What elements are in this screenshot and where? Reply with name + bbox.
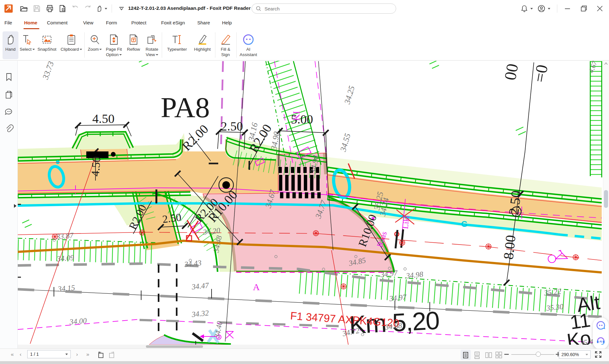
menu-view[interactable]: View — [83, 20, 93, 25]
horizontal-scroll-thumb[interactable] — [146, 345, 203, 348]
bookmarks-icon[interactable] — [4, 72, 14, 82]
undo-icon[interactable] — [71, 4, 79, 13]
plan-label: A — [253, 282, 260, 292]
ai-support-headset-icon[interactable]: AI — [596, 336, 606, 345]
facing-continuous-mode-button[interactable] — [495, 351, 502, 359]
crosswalk-bar — [305, 192, 308, 198]
notifications-dropdown[interactable] — [530, 8, 533, 10]
crosswalk-bar — [317, 192, 321, 198]
feedback-chat-icon[interactable] — [596, 321, 606, 330]
menu-bar: File Home Comment View Form Protect Foxi… — [0, 18, 609, 30]
zoom-button[interactable]: Zoom — [86, 31, 103, 59]
close-button[interactable] — [596, 4, 604, 13]
next-view-button[interactable] — [108, 351, 115, 359]
crosswalk-bar — [279, 175, 283, 191]
menu-file[interactable]: File — [4, 20, 12, 25]
typewriter-label: Typewriter — [164, 47, 190, 52]
vertical-scroll-thumb[interactable] — [604, 190, 608, 208]
zoom-dropdown-caret — [586, 354, 588, 355]
window-title: 1242-T-2.01-2.03 Asendiplaan.pdf - Foxit… — [128, 5, 251, 11]
zoom-label: Zoom — [86, 47, 103, 52]
crosswalk-bar — [285, 167, 288, 173]
print-icon[interactable] — [46, 4, 54, 13]
comments-icon[interactable] — [4, 107, 14, 117]
survey-cross-marker — [573, 255, 579, 260]
plan-label: =0 — [530, 63, 551, 84]
last-page-button[interactable]: » — [86, 351, 89, 358]
page-number-value: 1 / 1 — [30, 352, 39, 357]
menu-form[interactable]: Form — [106, 20, 117, 25]
search-input[interactable] — [264, 6, 386, 12]
reflow-button[interactable]: Reflow — [124, 31, 143, 59]
menu-home[interactable]: Home — [24, 20, 37, 25]
open-file-icon[interactable] — [20, 4, 28, 13]
crosswalk-bar — [304, 175, 307, 191]
next-page-button[interactable]: › — [76, 351, 78, 358]
attachments-icon[interactable] — [4, 124, 14, 134]
quick-access-chevron-icon[interactable] — [117, 4, 126, 13]
fullscreen-button[interactable] — [594, 351, 602, 358]
plan-label: 34.32 — [191, 309, 209, 319]
search-icon — [256, 6, 261, 11]
menu-share[interactable]: Share — [197, 20, 210, 25]
snapshot-label: SnapShot — [36, 47, 58, 52]
previous-view-button[interactable] — [97, 351, 105, 359]
facing-mode-button[interactable] — [485, 351, 492, 359]
search-box[interactable] — [252, 3, 396, 14]
menu-help[interactable]: Help — [222, 20, 232, 25]
crosswalk-bar — [286, 192, 290, 198]
fill-sign-button[interactable]: Fill &Sign — [217, 31, 234, 59]
hand-tool-dropdown[interactable] — [105, 8, 107, 10]
crosswalk-bar — [316, 175, 320, 191]
page-fit-icon — [108, 33, 120, 46]
horizontal-scrollbar[interactable] — [18, 345, 603, 348]
previous-page-button[interactable]: ‹ — [20, 351, 22, 358]
first-page-button[interactable]: « — [11, 351, 14, 358]
typewriter-button[interactable]: Typewriter — [164, 31, 190, 59]
menu-protect[interactable]: Protect — [131, 20, 147, 25]
save-icon[interactable] — [33, 4, 41, 13]
page-number-box[interactable]: 1 / 1 — [27, 350, 71, 358]
site-plan-drawing: PA84.502.505.00R2.00R2.004.50R10.00R2.00… — [18, 61, 603, 348]
plan-label: 34.55 — [338, 132, 352, 153]
account-dropdown[interactable] — [548, 8, 550, 10]
pages-icon[interactable] — [4, 90, 14, 99]
menu-comment[interactable]: Comment — [47, 20, 68, 25]
zoom-slider-knob[interactable] — [536, 352, 541, 357]
plan-label: Liki — [401, 215, 411, 229]
zoom-slider-track[interactable] — [511, 354, 554, 355]
clipboard-button[interactable]: Clipboard — [60, 31, 83, 59]
crosswalk-bar — [297, 167, 301, 173]
plan-label: 2.50 — [506, 190, 524, 216]
scroll-up-arrow[interactable] — [604, 62, 608, 65]
plan-label: 8.00 — [501, 234, 519, 260]
export-pdf-icon[interactable] — [58, 4, 67, 13]
sidebar-expand-arrow[interactable] — [13, 203, 17, 208]
plan-label: 34.40 — [213, 321, 224, 339]
highlight-button[interactable]: Highlight — [192, 31, 213, 59]
menu-home-underline — [23, 28, 39, 29]
snapshot-button[interactable]: SnapShot — [36, 31, 58, 59]
rotate-view-button[interactable]: RotateView — [143, 31, 160, 59]
ai-assistant-button[interactable]: AIAssistant — [239, 31, 258, 59]
hand-button[interactable]: Hand — [3, 31, 18, 59]
zoom-out-button[interactable] — [504, 354, 509, 355]
floating-assistant-pill: AI — [593, 317, 609, 349]
notifications-bell-icon[interactable] — [520, 4, 528, 13]
page-fit-option-button[interactable]: Page FitOption — [105, 31, 123, 59]
zoom-level-box[interactable]: 290.60% — [559, 350, 591, 359]
restore-button[interactable] — [580, 4, 588, 13]
pdf-page-view[interactable]: PA84.502.505.00R2.00R2.004.50R10.00R2.00… — [18, 61, 603, 348]
svg-text:AI: AI — [599, 340, 602, 343]
plan-label: 34.00 — [69, 316, 87, 326]
continuous-mode-button[interactable] — [473, 351, 481, 359]
menu-foxit-esign[interactable]: Foxit eSign — [161, 20, 185, 25]
hand-tool-icon[interactable] — [95, 4, 103, 13]
redo-icon[interactable] — [84, 4, 92, 13]
account-avatar-ic[interactable] — [537, 4, 546, 13]
minimize-button[interactable] — [563, 4, 572, 13]
plan-label: 34.97 — [380, 269, 398, 279]
single-page-mode-button[interactable] — [462, 351, 469, 359]
select-button[interactable]: Select — [20, 31, 34, 59]
foxit-logo-icon[interactable] — [4, 4, 13, 13]
